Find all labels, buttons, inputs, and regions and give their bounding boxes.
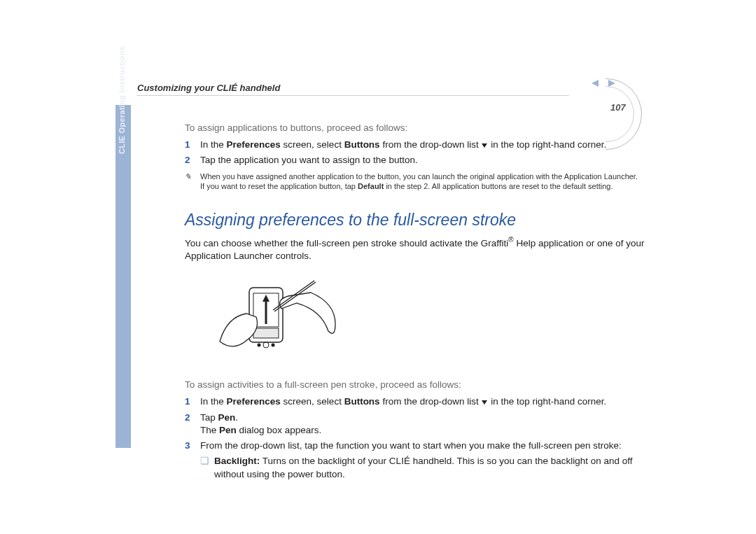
bullet-text: Backlight: Turns on the backlight of you… [214,455,647,480]
step-text: From the drop-down list, tap the functio… [200,440,647,452]
svg-point-5 [272,344,275,347]
page-body: To assign applications to buttons, proce… [185,122,647,481]
svg-rect-2 [253,328,279,338]
svg-point-4 [263,342,269,348]
next-page-arrow-icon[interactable] [608,80,615,87]
section-heading: Assigning preferences to the full-screen… [185,209,647,231]
step-number: 1 [185,395,200,408]
step-text: Tap the application you want to assign t… [200,154,647,167]
bullet-item: ❏ Backlight: Turns on the backlight of y… [200,455,647,480]
sidebar-tab [115,105,131,448]
step-number: 2 [185,154,200,167]
svg-point-3 [258,344,261,347]
page-number: 107 [610,102,626,113]
step-row: 2 Tap Pen. The Pen dialog box appears. [185,412,647,437]
step-row: 1 In the Preferences screen, select Butt… [185,139,647,151]
prev-page-arrow-icon[interactable] [592,80,598,87]
illustration-hands-stylus [206,275,339,366]
step-row: 1 In the Preferences screen, select Butt… [185,395,647,408]
body-paragraph: You can choose whether the full-screen p… [185,235,647,262]
dropdown-caret-icon [482,400,487,405]
step-number: 2 [185,412,200,437]
bullet-square-icon: ❏ [200,455,214,480]
step-text: In the Preferences screen, select Button… [200,139,647,151]
step-row: 3 From the drop-down list, tap the funct… [185,440,647,452]
header-rule [136,95,570,96]
step-text: In the Preferences screen, select Button… [200,395,647,408]
note-text: When you have assigned another applicati… [200,171,647,192]
section2-intro: To assign activities to a full-screen pe… [185,379,647,391]
note-pencil-icon: ✎ [185,171,200,192]
section1-intro: To assign applications to buttons, proce… [185,122,647,134]
step-number: 3 [185,440,200,452]
registered-symbol: ® [508,236,513,244]
sidebar-label: CLIE Operating Instructions [118,42,126,154]
step-number: 1 [185,139,200,151]
dropdown-caret-icon [482,143,487,148]
note-block: ✎ When you have assigned another applica… [185,171,647,192]
step-text: Tap Pen. The Pen dialog box appears. [200,412,647,437]
step-row: 2 Tap the application you want to assign… [185,154,647,167]
chapter-title: Customizing your CLIÉ handheld [137,83,280,93]
